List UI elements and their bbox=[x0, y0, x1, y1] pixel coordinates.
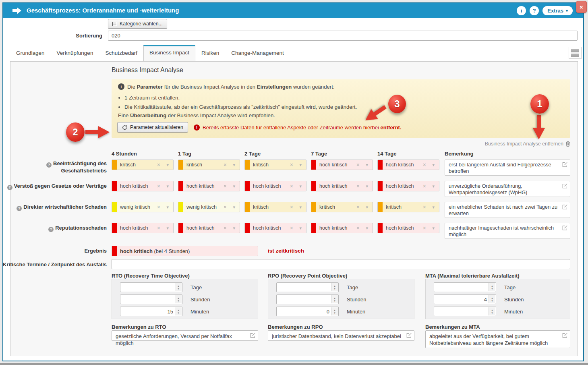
category-select-button[interactable]: Kategorie wählen... bbox=[108, 19, 167, 29]
bemerkung-field[interactable]: ein erheblicher Schaden ist nach zwei Ta… bbox=[445, 202, 570, 218]
severity-select[interactable]: hoch kritisch×▾ bbox=[178, 223, 240, 233]
help-icon[interactable]: ? bbox=[530, 6, 539, 15]
clear-icon[interactable]: × bbox=[423, 204, 426, 210]
clear-icon[interactable]: × bbox=[157, 225, 160, 231]
chevron-down-icon[interactable]: ▾ bbox=[366, 205, 368, 210]
clear-icon[interactable]: × bbox=[224, 225, 227, 231]
chevron-down-icon[interactable]: ▾ bbox=[233, 184, 235, 189]
help-icon[interactable]: ? bbox=[46, 162, 52, 168]
rto-stunden-input[interactable] bbox=[120, 295, 182, 304]
edit-icon[interactable] bbox=[250, 333, 255, 338]
spinner-icon[interactable]: ▴▾ bbox=[331, 283, 338, 291]
clear-icon[interactable]: × bbox=[356, 204, 360, 210]
rpo-note-field[interactable]: juristischer Datenbestand, kein Datenver… bbox=[268, 330, 414, 341]
spinner-icon[interactable]: ▴▾ bbox=[489, 295, 495, 303]
rpo-tage-input[interactable] bbox=[277, 283, 338, 292]
spinner-icon[interactable]: ▴▾ bbox=[331, 307, 338, 315]
severity-select[interactable]: hoch kritisch×▾ bbox=[377, 223, 439, 233]
edit-icon[interactable] bbox=[562, 183, 567, 189]
clear-icon[interactable]: × bbox=[423, 183, 426, 189]
spinner-icon[interactable]: ▴▾ bbox=[175, 283, 182, 291]
termine-input[interactable] bbox=[112, 259, 570, 269]
panel-toggle-icon[interactable] bbox=[569, 47, 582, 59]
edit-icon[interactable] bbox=[562, 204, 567, 209]
clear-icon[interactable]: × bbox=[290, 162, 293, 168]
clear-icon[interactable]: × bbox=[290, 225, 293, 231]
rpo-minuten-input[interactable] bbox=[277, 307, 338, 316]
mta-stunden-input[interactable] bbox=[434, 295, 496, 304]
bemerkung-field[interactable]: erst bei längerem Ausfall sind Folgeproz… bbox=[445, 160, 570, 176]
severity-select[interactable]: kritisch×▾ bbox=[377, 202, 439, 212]
severity-select[interactable]: kritisch×▾ bbox=[244, 202, 306, 212]
chevron-down-icon[interactable]: ▾ bbox=[233, 226, 235, 231]
chevron-down-icon[interactable]: ▾ bbox=[432, 226, 435, 231]
rto-tage-input[interactable] bbox=[120, 283, 182, 292]
spinner-icon[interactable]: ▴▾ bbox=[489, 307, 495, 315]
chevron-down-icon[interactable]: ▾ bbox=[299, 184, 302, 189]
chevron-down-icon[interactable]: ▾ bbox=[432, 184, 435, 189]
chevron-down-icon[interactable]: ▾ bbox=[366, 226, 368, 231]
severity-select[interactable]: hoch kritisch×▾ bbox=[112, 223, 174, 233]
chevron-down-icon[interactable]: ▾ bbox=[299, 226, 302, 231]
severity-select[interactable]: wenig kritisch×▾ bbox=[112, 202, 174, 212]
spinner-icon[interactable]: ▴▾ bbox=[175, 307, 182, 315]
bemerkung-field[interactable]: unverzügliche Orderausführung, Wertpapie… bbox=[445, 181, 570, 197]
severity-select[interactable]: hoch kritisch×▾ bbox=[311, 181, 373, 191]
help-icon[interactable]: ? bbox=[48, 227, 54, 232]
severity-select[interactable]: wenig kritisch×▾ bbox=[178, 202, 240, 212]
clear-icon[interactable]: × bbox=[157, 183, 160, 189]
mta-minuten-input[interactable] bbox=[434, 307, 496, 316]
edit-icon[interactable] bbox=[406, 333, 412, 338]
tab-verknuepfungen[interactable]: Verknüpfungen bbox=[51, 45, 99, 60]
spinner-icon[interactable]: ▴▾ bbox=[175, 295, 182, 303]
chevron-down-icon[interactable]: ▾ bbox=[299, 205, 302, 210]
severity-select[interactable]: hoch kritisch×▾ bbox=[311, 223, 373, 233]
severity-select[interactable]: hoch kritisch×▾ bbox=[112, 181, 174, 191]
edit-icon[interactable] bbox=[562, 162, 567, 167]
rto-minuten-input[interactable] bbox=[120, 307, 182, 316]
clear-icon[interactable]: × bbox=[157, 162, 160, 168]
chevron-down-icon[interactable]: ▾ bbox=[366, 184, 368, 189]
chevron-down-icon[interactable]: ▾ bbox=[166, 205, 169, 210]
clear-icon[interactable]: × bbox=[356, 162, 360, 168]
spinner-icon[interactable]: ▴▾ bbox=[489, 283, 495, 291]
edit-icon[interactable] bbox=[562, 225, 567, 230]
clear-icon[interactable]: × bbox=[224, 162, 227, 168]
close-icon[interactable]: × bbox=[576, 1, 587, 13]
extras-button[interactable]: Extras▾ bbox=[542, 6, 573, 15]
mta-note-field[interactable]: abgeleitet aus der Verfügbarkeit, bei gu… bbox=[425, 330, 570, 348]
chevron-down-icon[interactable]: ▾ bbox=[166, 162, 169, 168]
clear-icon[interactable]: × bbox=[356, 225, 360, 231]
clear-icon[interactable]: × bbox=[423, 162, 426, 168]
tab-change-management[interactable]: Change-Management bbox=[225, 45, 290, 60]
chevron-down-icon[interactable]: ▾ bbox=[432, 205, 435, 210]
tab-business-impact[interactable]: Business Impact bbox=[143, 45, 195, 61]
update-parameters-button[interactable]: Parameter aktualisieren bbox=[117, 122, 188, 133]
clear-icon[interactable]: × bbox=[224, 204, 227, 210]
clear-icon[interactable]: × bbox=[356, 183, 360, 189]
tab-grundlagen[interactable]: Grundlagen bbox=[10, 45, 51, 60]
rpo-stunden-input[interactable] bbox=[277, 295, 338, 304]
severity-select[interactable]: kritisch×▾ bbox=[244, 160, 306, 170]
severity-select[interactable]: hoch kritisch×▾ bbox=[311, 160, 373, 170]
severity-select[interactable]: kritisch×▾ bbox=[311, 202, 373, 212]
chevron-down-icon[interactable]: ▾ bbox=[366, 162, 368, 168]
severity-select[interactable]: kritisch×▾ bbox=[178, 160, 240, 170]
severity-select[interactable]: kritisch×▾ bbox=[112, 160, 174, 170]
help-icon[interactable]: ? bbox=[7, 185, 12, 190]
chevron-down-icon[interactable]: ▾ bbox=[299, 162, 302, 168]
severity-select[interactable]: hoch kritisch×▾ bbox=[377, 181, 439, 191]
remove-bia-link[interactable]: Business Impact Analyse entfernen bbox=[485, 141, 570, 147]
mta-tage-input[interactable] bbox=[434, 283, 496, 292]
chevron-down-icon[interactable]: ▾ bbox=[233, 162, 235, 168]
clear-icon[interactable]: × bbox=[224, 183, 227, 189]
chevron-down-icon[interactable]: ▾ bbox=[233, 205, 235, 210]
help-icon[interactable]: ? bbox=[17, 206, 22, 211]
chevron-down-icon[interactable]: ▾ bbox=[166, 226, 169, 231]
severity-select[interactable]: hoch kritisch×▾ bbox=[244, 223, 306, 233]
tab-schutzbedarf[interactable]: Schutzbedarf bbox=[99, 45, 143, 60]
clear-icon[interactable]: × bbox=[290, 183, 293, 189]
clear-icon[interactable]: × bbox=[290, 204, 293, 210]
severity-select[interactable]: hoch kritisch×▾ bbox=[178, 181, 240, 191]
tab-risiken[interactable]: Risiken bbox=[195, 45, 225, 60]
